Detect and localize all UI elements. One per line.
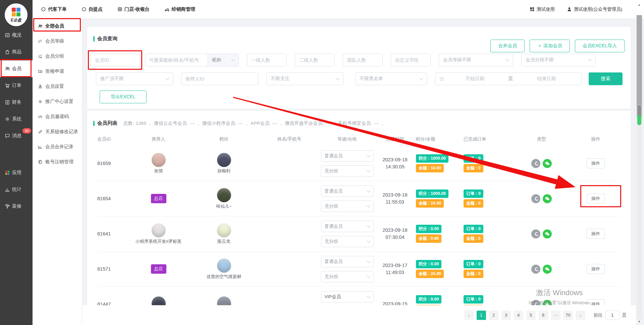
avatar	[217, 153, 231, 167]
submenu-item-relation-log[interactable]: 关系链修改记录	[33, 124, 82, 139]
team-count-input[interactable]	[343, 54, 383, 66]
sidebar-item-apps[interactable]: 应用	[0, 164, 33, 181]
chevron-down-icon	[505, 57, 509, 61]
level2-count-input[interactable]	[295, 54, 335, 66]
export-excel-button[interactable]: 导出EXCEL	[100, 91, 147, 103]
submenu-item-label: 账号注销管理	[45, 159, 73, 165]
add-member-button[interactable]: ＋ 添加会员	[530, 40, 570, 52]
wechat-icon	[543, 159, 552, 168]
keyword-type-select[interactable]: 昵称	[208, 54, 239, 66]
level-group-cell: 普通会员 无分组	[320, 185, 374, 212]
group-select[interactable]: 无分组	[321, 271, 374, 282]
topnav-proxy-order[interactable]: 代客下单	[41, 6, 67, 12]
excel-import-button[interactable]: 会员EXCEL导入	[575, 40, 625, 52]
referrer-cell	[127, 296, 190, 306]
level-select[interactable]: VIP会员	[321, 291, 374, 303]
page-button[interactable]: 3	[501, 311, 511, 320]
goto-page-input[interactable]	[605, 311, 620, 320]
search-button[interactable]: 搜索	[589, 72, 623, 85]
title-accent-bar	[93, 36, 95, 42]
row-action-button[interactable]: 操作	[587, 229, 605, 239]
page-button[interactable]: 4	[514, 311, 523, 320]
referrer-id-input[interactable]	[181, 72, 258, 85]
group-select[interactable]: 无分组	[321, 201, 374, 212]
row-action-button[interactable]: 操作	[587, 194, 605, 204]
topnav-dealer-management[interactable]: 经销商管理	[164, 6, 195, 12]
group-select[interactable]: 无分组	[321, 165, 374, 177]
custom-field-input[interactable]	[391, 54, 431, 66]
submenu-item-invite-code[interactable]: 会员邀请码	[33, 109, 82, 124]
prev-page-button[interactable]: ‹	[464, 311, 474, 320]
member-level-select[interactable]: 会员等级不限	[439, 54, 513, 66]
register-clock: 14:30:05	[382, 163, 407, 170]
submenu-item-account-cancel[interactable]: 账号注销管理	[33, 154, 82, 169]
sidebar-item-finance[interactable]: 财务	[0, 94, 33, 111]
members-submenu: 全部会员 会员等级 会员分组 资格申请 会员设置 推广中心设置 会员邀请码 关	[33, 18, 82, 325]
ellipsis-page-button[interactable]: ···	[551, 311, 560, 320]
submenu-item-merge-log[interactable]: 会员合并记录	[33, 139, 82, 154]
sidebar-item-stats[interactable]: 统计	[0, 181, 33, 198]
filter-row-1: 昵称 会员等级不限 会员分组不限	[91, 54, 596, 66]
workspace-switcher[interactable]: 测试使用	[530, 6, 555, 12]
table-row: 81641 小程序系统开发#罗标英 陈云龙 普通会员 无分组 2023-09-1…	[97, 216, 621, 252]
orders-badge: 订单 : 0	[464, 154, 483, 163]
table-body: 81659 良情 孙顺利 普通会员 无分组 2023-09-1814:30:05…	[97, 146, 621, 306]
level-select[interactable]: 普通会员	[321, 221, 374, 232]
page-button[interactable]: 1	[477, 311, 486, 320]
chevron-down-icon	[336, 76, 339, 80]
sidebar-item-system[interactable]: 系统	[0, 111, 33, 127]
sidebar-item-decorate[interactable]: 装修	[0, 198, 33, 215]
merge-members-button[interactable]: 合并会员	[490, 40, 525, 52]
group-select[interactable]: 无分组	[321, 236, 374, 247]
sidebar-item-orders[interactable]: 订单	[0, 77, 33, 94]
next-page-button[interactable]: ›	[576, 311, 585, 320]
sidebar-item-messages[interactable]: 消息 80	[0, 127, 33, 144]
level-select[interactable]: 普通会员	[321, 256, 374, 267]
submenu-item-all-members[interactable]: 全部会员	[33, 18, 82, 34]
chevron-down-icon	[367, 204, 370, 207]
sidebar-item-label: 财务	[12, 99, 21, 105]
submenu-item-promotion-settings[interactable]: 推广中心设置	[33, 94, 82, 109]
scrollbar-track-upper[interactable]	[637, 15, 642, 118]
register-time: 2023-09-1807:30:04	[382, 227, 407, 241]
row-action-button[interactable]: 操作	[587, 158, 605, 168]
submenu-item-qualification[interactable]: 资格申请	[33, 64, 82, 79]
blacklist-select[interactable]: 不限黑名单	[355, 72, 427, 85]
scroll-down-icon[interactable]: ▼	[638, 320, 641, 323]
user-icon	[567, 7, 572, 12]
level-select[interactable]: 普通会员	[321, 185, 374, 197]
scrollbar-thumb[interactable]	[637, 105, 642, 125]
page-button[interactable]: 6	[539, 311, 548, 320]
page-button[interactable]: 2	[489, 311, 498, 320]
level-select[interactable]: 普通会员	[321, 150, 374, 162]
submenu-item-label: 关系链修改记录	[45, 129, 78, 135]
sidebar-item-goods[interactable]: 商品	[0, 44, 33, 60]
level1-count-input[interactable]	[247, 54, 287, 66]
sidebar-item-members[interactable]: 会员	[0, 60, 33, 77]
page-button[interactable]: 70	[564, 311, 573, 320]
keyword-input[interactable]	[145, 54, 208, 66]
date-range-input[interactable]: 开始日期 至 结束日期	[435, 72, 582, 85]
fan-name: 陈云龙	[217, 239, 230, 244]
scroll-up-icon[interactable]: ▲	[638, 3, 641, 6]
sidebar-item-overview[interactable]: 概况	[0, 27, 33, 44]
member-id-input[interactable]	[91, 54, 140, 66]
promoter-select[interactable]: 推广员不限	[96, 72, 173, 85]
scrollbar-track-lower[interactable]	[637, 118, 642, 319]
submenu-item-member-group[interactable]: 会员分组	[33, 49, 82, 64]
topnav-pickup-point[interactable]: 自提点	[82, 6, 103, 12]
account-menu[interactable]: 测试使用(公众号管理员)	[567, 6, 622, 12]
row-action-button[interactable]: 操作	[587, 299, 605, 306]
follow-select[interactable]: 不限关注	[266, 72, 343, 85]
member-group-select[interactable]: 会员分组不限	[521, 54, 596, 66]
sidebar-gap	[0, 144, 33, 164]
keyword-combo: 昵称	[145, 54, 239, 66]
submenu-item-member-level[interactable]: 会员等级	[33, 34, 82, 49]
page-button[interactable]: 5	[526, 311, 536, 320]
fans-cell: 哈仙儿~	[190, 188, 258, 209]
topnav-store-cashier[interactable]: 门店-收银台	[117, 6, 150, 12]
row-action-button[interactable]: 操作	[587, 264, 605, 274]
points-badge: 积分 : 1000.00	[416, 189, 448, 198]
submenu-item-member-settings[interactable]: 会员设置	[33, 79, 82, 94]
member-group-value: 会员分组不限	[526, 57, 554, 63]
